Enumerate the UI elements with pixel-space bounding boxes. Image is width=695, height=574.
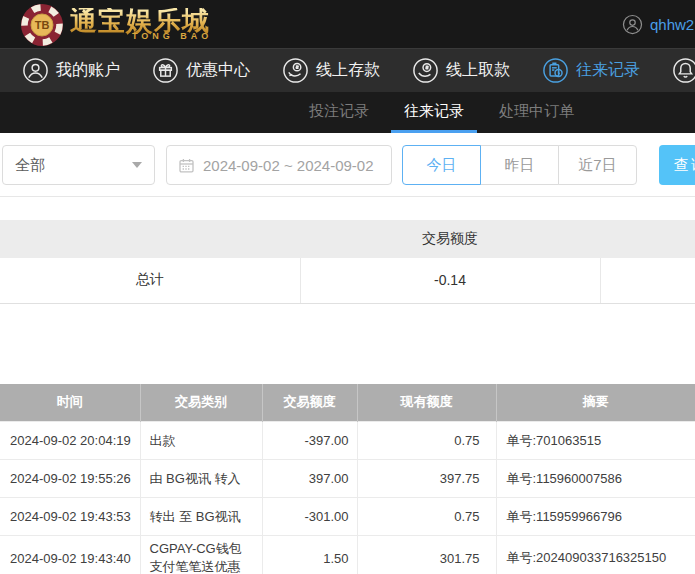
table-row: 2024-09-02 19:43:53 转出 至 BG视讯 -301.00 0.… bbox=[0, 498, 695, 536]
cell-balance: 0.75 bbox=[357, 498, 496, 536]
cell-amount: -301.00 bbox=[262, 498, 357, 536]
cell-balance: 301.75 bbox=[357, 536, 496, 574]
nav-item-messages[interactable]: 信 bbox=[672, 57, 695, 84]
main-nav: 我的账户 优惠中心 线上存款 bbox=[0, 48, 695, 92]
cell-amount: -397.00 bbox=[262, 422, 357, 460]
cell-summary: 单号:115959966796 bbox=[496, 498, 695, 536]
today-button[interactable]: 今日 bbox=[402, 145, 481, 185]
nav-label: 线上存款 bbox=[316, 60, 380, 81]
date-range-value: 2024-09-02 ~ 2024-09-02 bbox=[203, 157, 374, 174]
cell-summary: 单号:202409033716325150 bbox=[496, 536, 695, 574]
quick-date-buttons: 今日 昨日 近7日 bbox=[402, 145, 637, 185]
summary-header-spacer bbox=[600, 220, 695, 258]
table-row: 2024-09-02 20:04:19 出款 -397.00 0.75 单号:7… bbox=[0, 422, 695, 460]
summary-table: 交易额度 总计 -0.14 bbox=[0, 220, 695, 304]
yesterday-button[interactable]: 昨日 bbox=[480, 145, 559, 185]
cell-time: 2024-09-02 19:43:53 bbox=[0, 498, 140, 536]
query-button[interactable]: 查询 bbox=[659, 145, 695, 185]
tab-label: 投注记录 bbox=[309, 102, 369, 121]
user-icon bbox=[22, 57, 49, 84]
summary-total-row: 总计 -0.14 bbox=[0, 258, 695, 303]
cell-summary: 单号:701063515 bbox=[496, 422, 695, 460]
cell-summary: 单号:115960007586 bbox=[496, 460, 695, 498]
tab-betting-records[interactable]: 投注记录 bbox=[296, 92, 382, 133]
cell-type: 转出 至 BG视讯 bbox=[140, 498, 262, 536]
user-icon bbox=[622, 14, 643, 35]
nav-label: 我的账户 bbox=[56, 60, 120, 81]
divider bbox=[0, 196, 695, 197]
column-header-balance: 现有额度 bbox=[357, 384, 496, 422]
date-range-input[interactable]: 2024-09-02 ~ 2024-09-02 bbox=[166, 145, 392, 185]
cell-type: CGPAY-CG钱包支付笔笔送优惠 bbox=[140, 536, 262, 574]
last7days-button[interactable]: 近7日 bbox=[558, 145, 637, 185]
summary-total-label: 总计 bbox=[0, 258, 300, 303]
select-value: 全部 bbox=[15, 156, 45, 175]
column-header-summary: 摘要 bbox=[496, 384, 695, 422]
nav-label: 优惠中心 bbox=[186, 60, 250, 81]
cell-time: 2024-09-02 19:43:40 bbox=[0, 536, 140, 574]
deposit-icon bbox=[282, 57, 309, 84]
nav-item-promotions[interactable]: 优惠中心 bbox=[152, 57, 250, 84]
top-bar: TB 通宝娱乐城 TONG BAO qhhw2 bbox=[0, 0, 695, 48]
tab-label: 处理中订单 bbox=[499, 102, 574, 121]
summary-total-value: -0.14 bbox=[300, 258, 600, 303]
summary-header-spacer bbox=[0, 220, 300, 258]
transactions-table: 时间 交易类别 交易额度 现有额度 摘要 2024-09-02 20:04:19… bbox=[0, 384, 695, 574]
tab-transaction-records[interactable]: 往来记录 bbox=[391, 92, 477, 133]
cell-amount: 397.00 bbox=[262, 460, 357, 498]
summary-empty-cell bbox=[600, 258, 695, 303]
nav-label: 线上取款 bbox=[446, 60, 510, 81]
logo-text: 通宝娱乐城 TONG BAO bbox=[70, 8, 212, 41]
calendar-icon bbox=[178, 157, 195, 174]
table-row: 2024-09-02 19:55:26 由 BG视讯 转入 397.00 397… bbox=[0, 460, 695, 498]
chevron-down-icon bbox=[132, 162, 142, 168]
cell-time: 2024-09-02 20:04:19 bbox=[0, 422, 140, 460]
tab-label: 往来记录 bbox=[404, 102, 464, 121]
table-row: 2024-09-02 19:43:40 CGPAY-CG钱包支付笔笔送优惠 1.… bbox=[0, 536, 695, 574]
logo-subtitle: TONG BAO bbox=[132, 32, 212, 41]
casino-chip-icon: TB bbox=[20, 3, 64, 47]
bell-icon bbox=[672, 57, 695, 84]
nav-item-deposit[interactable]: 线上存款 bbox=[282, 57, 380, 84]
user-account[interactable]: qhhw2 bbox=[622, 0, 694, 48]
nav-item-withdraw[interactable]: 线上取款 bbox=[412, 57, 510, 84]
column-header-time: 时间 bbox=[0, 384, 140, 422]
table-header-row: 时间 交易类别 交易额度 现有额度 摘要 bbox=[0, 384, 695, 422]
tab-processing-orders[interactable]: 处理中订单 bbox=[486, 92, 587, 133]
withdraw-icon bbox=[412, 57, 439, 84]
sub-nav: 投注记录 往来记录 处理中订单 bbox=[0, 92, 695, 133]
nav-label: 往来记录 bbox=[576, 60, 640, 81]
transaction-type-select[interactable]: 全部 bbox=[2, 145, 155, 185]
nav-item-my-account[interactable]: 我的账户 bbox=[22, 57, 120, 84]
cell-balance: 0.75 bbox=[357, 422, 496, 460]
cell-balance: 397.75 bbox=[357, 460, 496, 498]
cell-time: 2024-09-02 19:55:26 bbox=[0, 460, 140, 498]
summary-amount-header: 交易额度 bbox=[300, 220, 600, 258]
cell-type: 由 BG视讯 转入 bbox=[140, 460, 262, 498]
records-icon bbox=[542, 57, 569, 84]
summary-header-row: 交易额度 bbox=[0, 220, 695, 258]
page: TB 通宝娱乐城 TONG BAO qhhw2 我的账户 bbox=[0, 0, 695, 574]
cell-amount: 1.50 bbox=[262, 536, 357, 574]
username: qhhw2 bbox=[650, 16, 694, 33]
filter-bar: 全部 2024-09-02 ~ 2024-09-02 今日 昨日 近7日 查询 bbox=[2, 145, 695, 185]
column-header-amount: 交易额度 bbox=[262, 384, 357, 422]
site-logo[interactable]: TB 通宝娱乐城 TONG BAO bbox=[20, 1, 212, 47]
nav-item-transaction-records[interactable]: 往来记录 bbox=[542, 57, 640, 84]
cell-type: 出款 bbox=[140, 422, 262, 460]
column-header-type: 交易类别 bbox=[140, 384, 262, 422]
chip-text: TB bbox=[35, 19, 50, 31]
gift-icon bbox=[152, 57, 179, 84]
